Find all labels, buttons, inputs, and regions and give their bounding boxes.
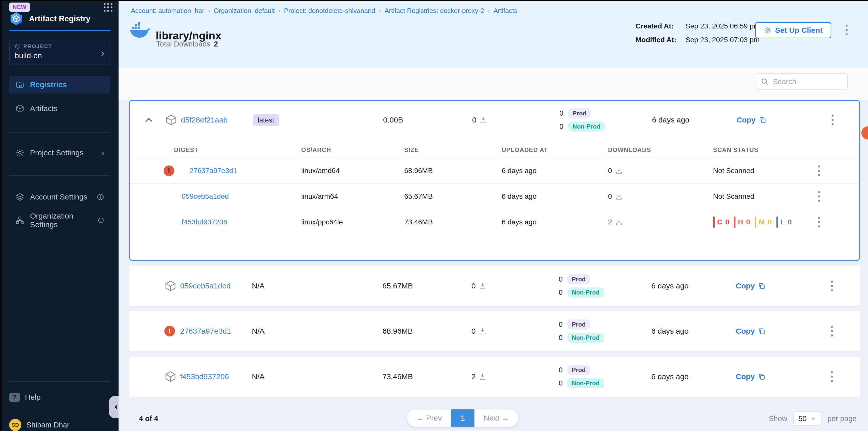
search-icon	[761, 77, 769, 86]
sidebar-item-project-settings[interactable]: Project Settings ›	[9, 144, 111, 162]
sidebar-collapse-handle[interactable]	[109, 396, 119, 418]
info-icon[interactable]	[98, 217, 104, 224]
breadcrumb-project[interactable]: Project: donotdelete-shivanand	[284, 7, 375, 15]
row-kebab-menu[interactable]	[816, 164, 822, 178]
app-switcher-icon[interactable]	[104, 3, 113, 12]
row-kebab-menu[interactable]	[830, 113, 835, 127]
digest-link[interactable]: f453bd937206	[182, 218, 227, 226]
current-page-button[interactable]: 1	[451, 409, 474, 427]
nonprod-badge: Non-Prod	[568, 122, 605, 132]
version-row[interactable]: ! 27637a97e3d1 N/A 68.96MB 0 0Prod 0Non-…	[129, 311, 860, 351]
header-kebab-menu[interactable]	[844, 23, 849, 37]
breadcrumb-registry[interactable]: Artifact Registries: docker-proxy-2	[385, 7, 484, 15]
row-kebab-menu[interactable]	[829, 324, 834, 338]
severity-bar	[776, 217, 778, 228]
project-label-row: PROJECT	[15, 43, 105, 49]
page-size-select[interactable]: 50	[794, 411, 822, 426]
sidebar-divider	[9, 132, 111, 133]
version-digest-link[interactable]: 27637a97e3d1	[180, 327, 231, 335]
sidebar-item-organization-settings[interactable]: Organization Settings	[9, 211, 111, 229]
tag-value: N/A	[252, 327, 265, 335]
sidebar-divider	[9, 175, 111, 176]
prev-page-button[interactable]: ← Prev	[407, 414, 451, 422]
result-range: 4 of 4	[139, 415, 158, 423]
digest-size: 73.46MB	[404, 218, 433, 226]
digest-link[interactable]: 27637a97e3d1	[189, 167, 237, 175]
version-digest-link[interactable]: f453bd937206	[180, 372, 229, 381]
severity-critical: C0	[713, 217, 730, 228]
breadcrumb-organization[interactable]: Organization: default	[214, 7, 275, 15]
docker-icon	[129, 22, 150, 38]
downloads-count: 2	[608, 218, 612, 226]
digest-link[interactable]: 059ceb5a1ded	[182, 192, 229, 200]
severity-label: H	[738, 218, 744, 226]
project-name: build-en	[15, 51, 105, 60]
row-kebab-menu[interactable]	[816, 215, 822, 229]
chevron-right-icon: ›	[101, 48, 104, 58]
copy-icon	[758, 116, 766, 124]
copy-icon	[758, 327, 766, 335]
chevron-down-icon	[810, 416, 816, 422]
breadcrumb-account[interactable]: Account: automation_har	[131, 7, 204, 15]
collapse-chevron-up-icon[interactable]	[143, 114, 154, 126]
version-size: 68.96MB	[382, 327, 413, 335]
downloads-count: 0	[608, 192, 612, 200]
artifact-registry-logo-icon	[9, 12, 23, 26]
toolbar	[119, 68, 868, 100]
modified-at-label: Modified At:	[636, 36, 676, 44]
severity-high: H0	[734, 217, 751, 228]
sidebar-item-help[interactable]: ? Help	[9, 393, 86, 402]
severity-label: L	[780, 218, 785, 226]
tag-value: N/A	[252, 281, 265, 290]
row-kebab-menu[interactable]	[829, 370, 834, 384]
breadcrumb-separator: ›	[278, 7, 281, 15]
nonprod-badge: Non-Prod	[567, 378, 604, 388]
version-digest-link[interactable]: 059ceb5a1ded	[180, 281, 231, 290]
digest-row[interactable]: ! 27637a97e3d1 linux/amd64 68.96MB 6 day…	[130, 158, 859, 183]
copy-label: Copy	[736, 327, 755, 335]
digest-row[interactable]: 059ceb5a1ded linux/arm64 65.67MB 6 days …	[130, 183, 859, 209]
severity-bar	[713, 217, 715, 228]
copy-button[interactable]: Copy	[736, 327, 766, 335]
os-arch: linux/ppc64le	[301, 218, 343, 226]
version-row[interactable]: f453bd937206 N/A 73.46MB 2 0Prod 0Non-Pr…	[129, 357, 860, 397]
digest-table: DIGEST OS/ARCH SIZE UPLOADED AT DOWNLOAD…	[130, 139, 859, 235]
download-icon	[615, 218, 623, 226]
version-row[interactable]: 059ceb5a1ded N/A 65.67MB 0 0Prod 0Non-Pr…	[129, 266, 860, 306]
row-kebab-menu[interactable]	[816, 190, 822, 203]
sidebar-item-account-settings[interactable]: Account Settings	[9, 188, 111, 206]
user-menu[interactable]: SD Shibam Dhar	[9, 419, 69, 431]
sidebar-item-registries[interactable]: Registries	[9, 76, 111, 94]
downloads-count: 0	[471, 327, 476, 335]
version-row[interactable]: d5f28ef21aab latest 0.00B 0 0Prod 0Non-P…	[130, 101, 859, 139]
severity-count: 0	[768, 218, 772, 226]
tag-value: N/A	[252, 372, 265, 381]
download-icon	[479, 373, 487, 380]
digest-size: 65.67MB	[404, 192, 433, 200]
nonprod-count: 0	[559, 379, 563, 387]
project-selector[interactable]: PROJECT build-en ›	[9, 39, 111, 65]
digest-row[interactable]: f453bd937206 linux/ppc64le 73.46MB 6 day…	[130, 209, 859, 235]
copy-icon	[758, 373, 766, 380]
scan-severity: C0 H0 M0 L0	[713, 217, 792, 228]
set-up-client-button[interactable]: Set Up Client	[755, 22, 831, 38]
version-card: ! 27637a97e3d1 N/A 68.96MB 0 0Prod 0Non-…	[129, 311, 860, 351]
user-name: Shibam Dhar	[27, 421, 69, 429]
digest-downloads: 0	[608, 192, 623, 200]
total-downloads-value: 2	[214, 40, 218, 48]
download-icon	[479, 282, 487, 290]
prod-count: 0	[559, 321, 563, 329]
copy-button[interactable]: Copy	[736, 372, 766, 381]
breadcrumb-artifacts[interactable]: Artifacts	[494, 7, 518, 15]
version-digest-link[interactable]: d5f28ef21aab	[181, 115, 228, 124]
info-icon[interactable]	[97, 193, 104, 201]
copy-button[interactable]: Copy	[737, 115, 766, 124]
search-input[interactable]	[772, 77, 843, 86]
next-page-button[interactable]: Next →	[474, 414, 519, 422]
search-box[interactable]	[755, 73, 848, 90]
page-size-control: Show 50 per page	[769, 411, 857, 426]
os-arch: linux/arm64	[301, 192, 338, 200]
copy-button[interactable]: Copy	[736, 281, 766, 290]
row-kebab-menu[interactable]	[829, 279, 834, 293]
sidebar-item-artifacts[interactable]: Artifacts	[9, 100, 111, 118]
